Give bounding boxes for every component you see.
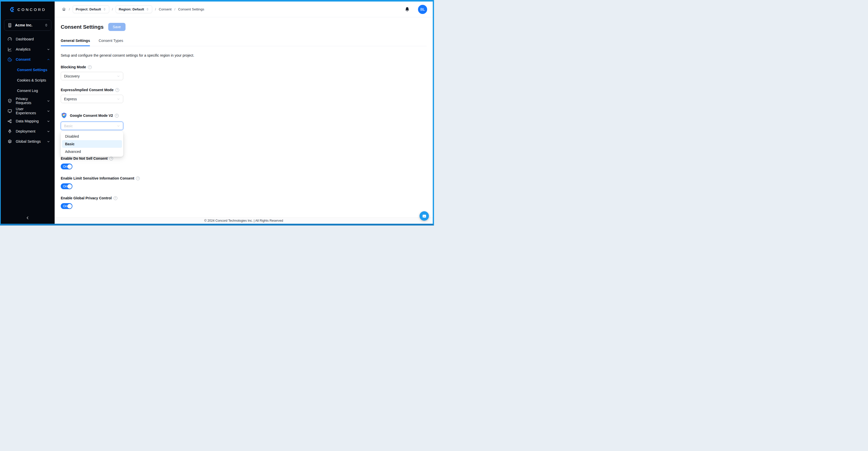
limit-sensitive-label: Enable Limit Sensitive Information Conse…: [61, 176, 134, 180]
sidebar-item-label: Privacy Requests: [16, 97, 43, 105]
chevron-down-icon: [117, 124, 120, 127]
save-button[interactable]: Save: [108, 23, 126, 31]
concord-logo-icon: [9, 7, 15, 12]
sidebar-subitem-consent-log[interactable]: Consent Log: [1, 85, 55, 96]
chevron-down-icon: [117, 98, 120, 101]
sidebar-item-analytics[interactable]: Analytics: [1, 44, 55, 54]
toggle-knob: [67, 204, 72, 208]
blocking-mode-label: Blocking Mode: [61, 65, 86, 69]
blocking-mode-select[interactable]: Discovery: [61, 72, 123, 80]
page-content: Consent Settings Save General Settings C…: [55, 17, 433, 217]
region-selector[interactable]: Region: Default: [116, 5, 152, 13]
chevron-up-down-icon: [103, 8, 106, 11]
sidebar-item-privacy-requests[interactable]: Privacy Requests: [1, 96, 55, 106]
chevron-down-icon: [47, 120, 50, 123]
page-description: Setup and configure the general consent …: [61, 53, 427, 57]
dropdown-option-basic[interactable]: Basic: [62, 140, 122, 148]
sidebar-subitem-cookies-scripts[interactable]: Cookies & Scripts: [1, 75, 55, 85]
google-consent-mode-select[interactable]: Basic: [61, 122, 123, 130]
monitor-icon: [7, 109, 12, 114]
home-icon[interactable]: [62, 7, 66, 11]
cookie-icon: [7, 57, 12, 62]
main-area: / Project: Default / Region: Default / C…: [55, 2, 433, 224]
user-avatar[interactable]: BL: [418, 5, 427, 14]
limit-sensitive-toggle[interactable]: On: [61, 183, 72, 189]
sidebar-item-label: Dashboard: [16, 37, 34, 41]
breadcrumb-consent-settings: Consent Settings: [178, 7, 204, 11]
do-not-sell-label-row: Enable Do Not Sell Consent ?: [61, 156, 427, 160]
chevron-down-icon: [47, 109, 50, 113]
google-consent-mode-label-row: Google Consent Mode V2 ?: [61, 112, 427, 119]
google-consent-mode-value: Basic: [64, 124, 73, 128]
help-icon[interactable]: ?: [114, 196, 117, 200]
tab-general-settings[interactable]: General Settings: [61, 39, 90, 46]
global-privacy-control-label-row: Enable Global Privacy Control ?: [61, 196, 427, 200]
help-icon[interactable]: ?: [109, 157, 113, 160]
shield-check-icon: [7, 99, 12, 103]
copyright-text: © 2024 Concord Technologies Inc. | All R…: [204, 219, 283, 222]
chat-bubble-icon: [422, 214, 427, 219]
global-privacy-control-toggle[interactable]: On: [61, 203, 72, 209]
chevron-up-down-icon: [146, 8, 149, 11]
chat-launcher-button[interactable]: [420, 211, 429, 221]
sidebar-item-label: Consent: [16, 57, 30, 61]
chevron-down-icon: [117, 75, 120, 78]
toggle-state-label: On: [63, 204, 67, 208]
express-mode-label: Express/Implied Consent Mode: [61, 88, 114, 92]
blocking-mode-label-row: Blocking Mode ?: [61, 65, 427, 69]
toggle-knob: [67, 184, 72, 189]
sidebar-subitem-label: Consent Log: [17, 89, 38, 93]
gear-icon: [7, 139, 12, 144]
sidebar-item-deployment[interactable]: Deployment: [1, 126, 55, 136]
limit-sensitive-label-row: Enable Limit Sensitive Information Conse…: [61, 176, 427, 180]
google-consent-mode-dropdown: Disabled Basic Advanced: [61, 131, 123, 157]
dropdown-option-disabled[interactable]: Disabled: [62, 133, 122, 140]
line-chart-icon: [7, 47, 12, 52]
chevron-up-icon: [47, 58, 50, 61]
chevron-left-icon: [26, 216, 30, 220]
chevron-down-icon: [47, 48, 50, 51]
do-not-sell-toggle[interactable]: On: [61, 164, 72, 169]
sidebar-collapse-button[interactable]: [1, 214, 55, 222]
express-mode-value: Express: [64, 97, 77, 101]
sidebar-subitem-label: Consent Settings: [17, 68, 47, 72]
sidebar-item-label: Global Settings: [16, 139, 41, 143]
help-icon[interactable]: ?: [136, 176, 140, 180]
sidebar-item-consent[interactable]: Consent: [1, 54, 55, 65]
help-icon[interactable]: ?: [88, 65, 92, 69]
rocket-icon: [7, 129, 12, 134]
chevron-up-down-icon: [44, 23, 48, 27]
notifications-bell-icon[interactable]: [405, 7, 410, 12]
region-selector-label: Region: Default: [119, 7, 144, 11]
gauge-icon: [7, 37, 12, 42]
global-privacy-control-label: Enable Global Privacy Control: [61, 196, 112, 200]
project-selector[interactable]: Project: Default: [73, 5, 109, 13]
express-mode-select[interactable]: Express: [61, 95, 123, 103]
sidebar-item-label: Analytics: [16, 47, 30, 51]
app-logo-text: CONCORD: [18, 7, 46, 12]
sidebar-subitem-consent-settings[interactable]: Consent Settings: [1, 65, 55, 75]
chevron-down-icon: [47, 140, 50, 143]
tab-consent-types[interactable]: Consent Types: [99, 39, 123, 46]
page-title: Consent Settings: [61, 24, 104, 30]
breadcrumb-consent[interactable]: Consent: [159, 7, 172, 11]
blocking-mode-value: Discovery: [64, 74, 80, 78]
breadcrumb: / Project: Default / Region: Default / C…: [62, 5, 204, 13]
help-icon[interactable]: ?: [115, 114, 119, 118]
sidebar-nav: Dashboard Analytics: [1, 34, 55, 147]
org-selector[interactable]: Acme Inc.: [4, 20, 51, 31]
org-name: Acme Inc.: [15, 23, 42, 27]
sidebar: CONCORD Acme Inc.: [1, 2, 55, 224]
sidebar-item-data-mapping[interactable]: Data Mapping: [1, 116, 55, 126]
sidebar-item-label: Deployment: [16, 129, 35, 133]
hierarchy-icon: [7, 119, 12, 124]
sidebar-item-user-experiences[interactable]: User Experiences: [1, 106, 55, 116]
help-icon[interactable]: ?: [115, 88, 119, 92]
sidebar-item-dashboard[interactable]: Dashboard: [1, 34, 55, 44]
chevron-down-icon: [47, 130, 50, 133]
sidebar-item-global-settings[interactable]: Global Settings: [1, 136, 55, 147]
dropdown-option-advanced[interactable]: Advanced: [62, 148, 122, 155]
breadcrumb-separator: /: [69, 7, 70, 11]
top-bar: / Project: Default / Region: Default / C…: [55, 2, 433, 17]
google-consent-mode-label: Google Consent Mode V2: [70, 114, 113, 118]
